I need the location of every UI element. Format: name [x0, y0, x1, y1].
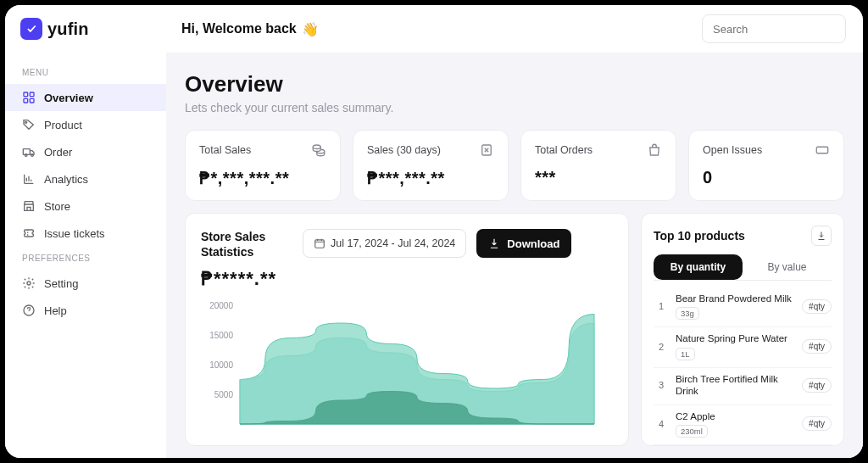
stat-value: ***: [535, 168, 662, 187]
product-qty-badge: #qty: [802, 339, 832, 354]
svg-rect-2: [24, 98, 28, 103]
product-row[interactable]: 1 Bear Brand Powdered Milk 33g #qty: [654, 287, 832, 327]
chart-ytick: 20000: [209, 301, 233, 310]
sidebar-item-label: Store: [44, 200, 70, 213]
sidebar: MENUOverviewProductOrderAnalyticsStoreIs…: [5, 53, 166, 458]
stat-value: 0: [703, 168, 830, 187]
search-input[interactable]: [713, 23, 835, 36]
date-range-picker[interactable]: Jul 17, 2024 - Jul 24, 2024: [303, 229, 466, 258]
tab-by-value[interactable]: By value: [743, 254, 832, 280]
help-icon: [22, 304, 36, 317]
product-rank: 1: [654, 298, 669, 314]
download-icon: [488, 237, 500, 249]
download-label: Download: [507, 237, 559, 250]
store-icon: [22, 199, 36, 213]
search-box[interactable]: [702, 14, 846, 43]
top-products-panel: Top 10 products By quantity By value 1 B…: [641, 213, 844, 446]
product-rank: 2: [654, 339, 669, 354]
page-subtitle: Lets check your current sales summary.: [185, 101, 844, 114]
chart-ytick: 10000: [209, 360, 233, 370]
sidebar-group-title: PREFERENCES: [5, 247, 166, 270]
sidebar-item-label: Overview: [44, 92, 93, 104]
stat-value: ₱***,***.**: [367, 168, 494, 188]
sidebar-item-setting[interactable]: Setting: [5, 270, 166, 297]
sidebar-group-title: MENU: [5, 61, 166, 84]
stat-card: Total Sales ₱*,***,***.**: [185, 130, 341, 201]
chart-ytick: 15000: [209, 331, 233, 340]
main-content: Overview Lets check your current sales s…: [166, 53, 863, 458]
stat-card: Total Orders ***: [520, 130, 676, 201]
ticket-icon: [22, 226, 36, 240]
gear-icon: [22, 276, 36, 290]
product-variant: 33g: [676, 307, 699, 320]
svg-rect-3: [30, 98, 34, 103]
brand-mark: [20, 18, 42, 40]
top-products-download-button[interactable]: [811, 226, 832, 246]
date-range-label: Jul 17, 2024 - Jul 24, 2024: [331, 237, 455, 249]
greeting: Hi, Welcome back 👋: [181, 21, 319, 37]
sidebar-item-product[interactable]: Product: [5, 111, 166, 138]
product-name: Nature Spring Pure Water: [676, 332, 795, 344]
sidebar-item-order[interactable]: Order: [5, 138, 166, 165]
download-icon: [816, 231, 826, 241]
product-qty-badge: #qty: [802, 416, 832, 431]
product-qty-badge: #qty: [802, 378, 832, 393]
sidebar-item-issue-tickets[interactable]: Issue tickets: [5, 220, 166, 247]
sales-stats-total: ₱*****.**: [201, 268, 613, 290]
svg-rect-0: [24, 92, 28, 97]
sidebar-item-analytics[interactable]: Analytics: [5, 165, 166, 192]
sales-stats-title: Store SalesStatistics: [201, 229, 292, 259]
svg-point-4: [25, 121, 27, 123]
svg-rect-1: [30, 92, 34, 97]
stat-label: Total Sales: [199, 144, 251, 156]
sidebar-item-help[interactable]: Help: [5, 297, 166, 324]
sidebar-item-label: Analytics: [44, 173, 88, 186]
sidebar-item-overview[interactable]: Overview: [5, 84, 166, 111]
svg-point-10: [313, 145, 320, 149]
grid-icon: [22, 91, 36, 104]
sales-chart: 5000100001500020000: [201, 300, 613, 427]
sidebar-item-label: Issue tickets: [44, 227, 105, 240]
product-rank: 4: [654, 416, 669, 432]
sidebar-item-label: Setting: [44, 277, 78, 290]
download-button[interactable]: Download: [476, 229, 571, 258]
sidebar-item-label: Product: [44, 119, 82, 131]
stat-label: Sales (30 days): [367, 144, 441, 156]
product-name: Birch Tree Fortified Milk Drink: [676, 373, 795, 398]
wave-icon: 👋: [302, 21, 319, 37]
chart-ytick: 5000: [214, 390, 234, 399]
product-row[interactable]: 4 C2 Apple 230ml #qty: [654, 405, 832, 445]
stat-card: Sales (30 days) ₱***,***.**: [353, 130, 509, 201]
tab-by-quantity[interactable]: By quantity: [654, 254, 743, 280]
product-qty-badge: #qty: [802, 299, 832, 314]
product-name: Bear Brand Powdered Milk: [676, 293, 795, 304]
svg-point-8: [27, 282, 31, 285]
coins-icon: [311, 142, 326, 158]
chart-icon: [22, 172, 36, 186]
bag-icon: [647, 142, 662, 158]
product-list: 1 Bear Brand Powdered Milk 33g #qty 2 Na…: [654, 287, 832, 445]
receipt-icon: [479, 142, 494, 158]
top-products-title: Top 10 products: [654, 229, 745, 243]
greeting-text: Hi, Welcome back: [181, 21, 297, 36]
product-rank: 3: [654, 377, 669, 393]
product-row[interactable]: 2 Nature Spring Pure Water 1L #qty: [654, 327, 832, 367]
truck-icon: [22, 145, 36, 159]
sales-statistics-panel: Store SalesStatistics Jul 17, 2024 - Jul…: [185, 213, 629, 446]
stat-value: ₱*,***,***.**: [199, 168, 326, 188]
stat-card: Open Issues 0: [688, 130, 844, 201]
product-variant: 1L: [676, 348, 695, 360]
brand-name: yufin: [47, 20, 89, 39]
product-name: C2 Apple: [676, 410, 795, 422]
stat-label: Open Issues: [703, 144, 762, 156]
tag-icon: [22, 118, 36, 131]
ticket2-icon: [815, 142, 830, 158]
brand-logo[interactable]: yufin: [20, 18, 166, 40]
calendar-icon: [314, 237, 326, 249]
top-products-tabs: By quantity By value: [654, 254, 832, 281]
product-variant: 230ml: [676, 425, 708, 438]
sidebar-item-store[interactable]: Store: [5, 192, 166, 220]
sidebar-item-label: Order: [44, 146, 72, 159]
product-row[interactable]: 3 Birch Tree Fortified Milk Drink #qty: [654, 368, 832, 405]
stats-row: Total Sales ₱*,***,***.** Sales (30 days…: [185, 130, 844, 201]
